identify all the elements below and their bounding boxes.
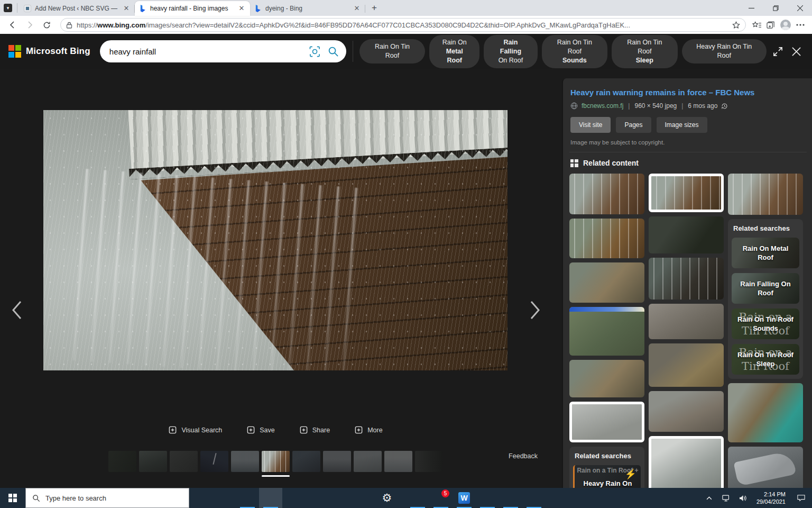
- related-search-card[interactable]: Rain on a Tin Roof Rain On Tin Roof Soun…: [732, 309, 799, 339]
- main-image-rain-on-tin-roof[interactable]: [43, 110, 508, 370]
- source-domain-link[interactable]: fbcnews.com.fj: [582, 102, 623, 110]
- browser-tab[interactable]: dyeing - Bing ✕: [250, 1, 365, 16]
- collections-icon[interactable]: [767, 21, 775, 29]
- related-image-thumbnail[interactable]: [569, 262, 644, 303]
- image-action-button[interactable]: Save: [246, 425, 275, 434]
- visual-search-camera-icon[interactable]: [309, 46, 320, 57]
- related-image-thumbnail[interactable]: [728, 383, 803, 442]
- tab-close-icon[interactable]: ✕: [353, 4, 361, 13]
- related-image-thumbnail[interactable]: [649, 391, 724, 432]
- related-search-card[interactable]: Rain On Metal Roof: [732, 238, 799, 268]
- filmstrip-thumbnail[interactable]: [354, 451, 382, 472]
- notification-app-icon[interactable]: 5: [429, 488, 453, 508]
- panel-button[interactable]: Image sizes: [657, 117, 707, 133]
- panel-button[interactable]: Pages: [616, 117, 651, 133]
- cortana-icon[interactable]: [189, 488, 213, 508]
- outlook-icon[interactable]: [329, 488, 352, 508]
- word-icon[interactable]: W: [453, 488, 476, 508]
- file-explorer-icon[interactable]: [236, 488, 259, 508]
- close-detail-icon[interactable]: [791, 47, 801, 57]
- taskbar-clock[interactable]: 2:14 PM 29/04/2021: [753, 491, 789, 505]
- filmstrip-thumbnail[interactable]: [415, 451, 443, 472]
- back-button[interactable]: [5, 17, 20, 32]
- filmstrip-thumbnail[interactable]: [139, 451, 167, 472]
- start-button[interactable]: [0, 488, 25, 508]
- related-image-thumbnail[interactable]: [569, 219, 644, 258]
- image-action-button[interactable]: Share: [299, 425, 330, 434]
- forward-button[interactable]: [22, 17, 37, 32]
- minimize-button[interactable]: [739, 0, 763, 16]
- photos-icon[interactable]: [406, 488, 429, 508]
- task-view-icon[interactable]: [213, 488, 236, 508]
- add-favorite-star-icon[interactable]: [732, 21, 740, 29]
- microsoft-store-icon[interactable]: [282, 488, 306, 508]
- search-suggestion-pill[interactable]: Rain On Tin Roof: [359, 39, 425, 64]
- tab-close-icon[interactable]: ✕: [237, 4, 246, 13]
- filmstrip-thumbnail[interactable]: [231, 451, 259, 472]
- hidden-icons-chevron[interactable]: [703, 488, 716, 508]
- image-action-button[interactable]: Visual Search: [168, 425, 222, 434]
- close-window-button[interactable]: [788, 0, 812, 16]
- filmstrip-thumbnail[interactable]: [384, 451, 412, 472]
- search-suggestion-pill[interactable]: Rain Falling On Roof: [484, 35, 537, 68]
- search-suggestion-pill[interactable]: Rain On Metal Roof: [429, 35, 479, 68]
- image-action-button[interactable]: More: [354, 425, 382, 434]
- filmstrip-thumbnail[interactable]: [170, 451, 198, 472]
- action-center-icon[interactable]: [792, 488, 810, 508]
- related-image-thumbnail[interactable]: [649, 343, 724, 387]
- feedback-link[interactable]: Feedback: [509, 452, 538, 460]
- search-suggestion-pill[interactable]: Rain On Tin Roof Sounds: [542, 35, 607, 68]
- filmstrip-thumbnail[interactable]: [323, 451, 351, 472]
- related-search-heavy-rain-on-tin-roof[interactable]: Rain on a Tin Roof + ⚡ Heavy Rain On Tin…: [573, 465, 641, 488]
- related-image-thumbnail[interactable]: [649, 436, 724, 488]
- next-image-button[interactable]: [523, 297, 547, 323]
- sticky-notes-icon[interactable]: [352, 488, 375, 508]
- panel-button[interactable]: Visit site: [570, 117, 611, 133]
- related-image-thumbnail[interactable]: [728, 174, 803, 215]
- taskbar-search-box[interactable]: Type here to search: [25, 488, 189, 508]
- address-bar[interactable]: https://www.bing.com/images/search?view=…: [60, 18, 746, 32]
- profile-avatar[interactable]: [780, 20, 791, 30]
- expand-fullscreen-icon[interactable]: [773, 47, 783, 57]
- related-search-card[interactable]: Rain Falling On Roof: [732, 273, 799, 304]
- tab-actions-menu-button[interactable]: ▾: [0, 0, 16, 16]
- search-suggestion-pill[interactable]: Heavy Rain On Tin Roof: [682, 39, 767, 64]
- search-suggestion-pill[interactable]: Rain On Tin Roof Sleep: [612, 35, 677, 68]
- filmstrip-thumbnail[interactable]: [200, 451, 228, 472]
- bing-logo[interactable]: Microsoft Bing: [8, 45, 90, 58]
- bing-search-box[interactable]: [100, 40, 346, 62]
- edge-icon[interactable]: [259, 488, 282, 508]
- chrome-icon[interactable]: [522, 488, 546, 508]
- related-image-thumbnail[interactable]: [649, 216, 724, 253]
- tab-close-icon[interactable]: ✕: [122, 4, 131, 13]
- quick-assist-icon[interactable]: [499, 488, 522, 508]
- filmstrip-thumbnail[interactable]: [108, 451, 136, 472]
- new-tab-button[interactable]: +: [367, 1, 381, 15]
- bing-search-input[interactable]: [109, 47, 302, 56]
- paint-icon[interactable]: [476, 488, 499, 508]
- image-title-link[interactable]: Heavy rain warning remains in force – FB…: [570, 88, 807, 97]
- related-image-thumbnail[interactable]: [569, 360, 644, 397]
- browser-tab[interactable]: Add New Post ‹ NBC SVG — Wor ✕: [20, 1, 135, 16]
- related-image-thumbnail[interactable]: [569, 402, 644, 442]
- related-image-thumbnail[interactable]: [569, 307, 644, 356]
- previous-image-button[interactable]: [5, 297, 29, 323]
- related-image-thumbnail[interactable]: [649, 304, 724, 339]
- browser-tab[interactable]: heavy rainfall - Bing images ✕: [135, 1, 250, 16]
- search-icon[interactable]: [328, 46, 339, 57]
- refresh-button[interactable]: [39, 17, 54, 32]
- mail-icon[interactable]: [306, 488, 329, 508]
- related-image-thumbnail[interactable]: [649, 174, 724, 212]
- settings-menu-icon[interactable]: [796, 24, 805, 26]
- network-icon[interactable]: [719, 488, 733, 508]
- related-image-thumbnail[interactable]: [569, 174, 644, 214]
- related-image-thumbnail[interactable]: [649, 258, 724, 300]
- filmstrip-thumbnail[interactable]: [292, 451, 320, 472]
- related-image-thumbnail[interactable]: [728, 447, 803, 488]
- restore-button[interactable]: [763, 0, 788, 16]
- settings-gear-icon[interactable]: ⚙: [375, 488, 399, 508]
- volume-icon[interactable]: [736, 488, 750, 508]
- related-search-card[interactable]: Rain on a Tin Roof Rain On Tin Roof Slee…: [732, 344, 799, 375]
- favorites-bar-icon[interactable]: [752, 21, 761, 29]
- filmstrip-thumbnail[interactable]: [262, 451, 290, 472]
